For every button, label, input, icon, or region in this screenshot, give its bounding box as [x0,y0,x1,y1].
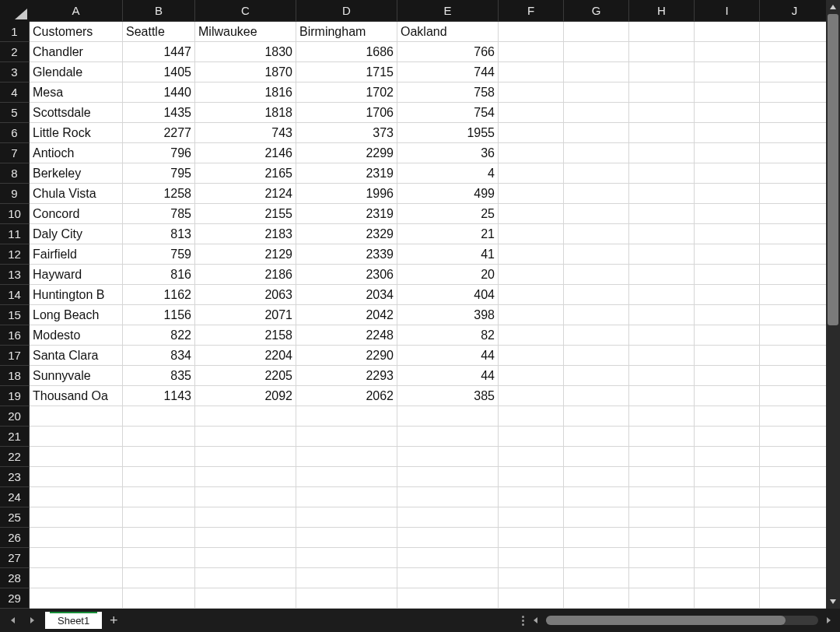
vertical-scroll-track[interactable] [826,14,840,595]
cell[interactable] [296,487,397,507]
cell[interactable] [296,507,397,528]
cell[interactable]: 1435 [123,103,195,123]
cell[interactable]: 2306 [296,265,397,285]
cell[interactable] [629,143,695,163]
cell[interactable] [695,244,760,265]
row-header-5[interactable]: 5 [0,103,30,123]
cell[interactable] [397,447,499,467]
cell[interactable]: Seattle [123,22,195,42]
cell[interactable] [564,62,629,83]
horizontal-scroll-thumb[interactable] [546,616,786,625]
cell[interactable] [123,548,195,568]
cell[interactable] [629,427,695,447]
cell[interactable] [629,325,695,346]
cell[interactable] [760,184,826,204]
cell[interactable] [695,103,760,123]
cell[interactable] [629,163,695,184]
cell[interactable]: 2183 [195,224,296,244]
cell[interactable]: Antioch [30,143,123,163]
cell[interactable] [760,123,826,143]
cell[interactable]: 2290 [296,346,397,366]
cell[interactable] [564,103,629,123]
cell[interactable] [195,588,296,609]
cell[interactable] [760,588,826,609]
cell[interactable] [760,265,826,285]
cell[interactable] [397,568,499,588]
row-header-4[interactable]: 4 [0,83,30,103]
cell[interactable] [499,325,564,346]
cell[interactable]: 2204 [195,346,296,366]
cell[interactable] [629,467,695,487]
cell[interactable]: 1447 [123,42,195,62]
cell[interactable]: 2293 [296,366,397,386]
cell[interactable] [564,163,629,184]
cell[interactable] [123,447,195,467]
vertical-scroll-thumb[interactable] [828,14,838,325]
cell[interactable] [123,467,195,487]
cell[interactable] [30,528,123,548]
row-header-21[interactable]: 21 [0,427,30,447]
cell[interactable] [564,487,629,507]
row-header-24[interactable]: 24 [0,487,30,507]
cell[interactable]: 759 [123,244,195,265]
cell[interactable] [499,62,564,83]
cell[interactable]: 1870 [195,62,296,83]
column-header-F[interactable]: F [499,0,564,22]
cell[interactable] [397,467,499,487]
row-header-20[interactable]: 20 [0,406,30,427]
cell[interactable] [629,305,695,325]
cell[interactable] [499,427,564,447]
cell[interactable] [629,406,695,427]
cell[interactable] [760,325,826,346]
cell[interactable] [760,163,826,184]
cell[interactable] [195,528,296,548]
cell[interactable] [195,427,296,447]
cell[interactable] [564,528,629,548]
cell[interactable] [564,143,629,163]
cell[interactable] [123,487,195,507]
cell[interactable] [760,143,826,163]
cell[interactable] [499,568,564,588]
column-header-C[interactable]: C [195,0,296,22]
cell[interactable] [760,366,826,386]
cell[interactable] [695,568,760,588]
cell[interactable]: 1405 [123,62,195,83]
cell[interactable] [695,427,760,447]
cell[interactable] [499,163,564,184]
cell[interactable] [695,42,760,62]
cell[interactable]: 2071 [195,305,296,325]
cell[interactable] [499,143,564,163]
cell[interactable] [564,83,629,103]
cell[interactable] [296,427,397,447]
cell[interactable] [564,346,629,366]
cell[interactable]: 21 [397,224,499,244]
cell[interactable] [695,548,760,568]
cell[interactable] [695,528,760,548]
row-header-17[interactable]: 17 [0,346,30,366]
cell[interactable]: 2319 [296,163,397,184]
cell[interactable]: 2339 [296,244,397,265]
cell[interactable]: Chula Vista [30,184,123,204]
cell[interactable] [629,447,695,467]
cell[interactable]: Berkeley [30,163,123,184]
cell[interactable] [564,184,629,204]
cell[interactable] [760,244,826,265]
cell[interactable] [760,568,826,588]
cell[interactable] [499,184,564,204]
cell[interactable]: Huntington B [30,285,123,305]
row-header-9[interactable]: 9 [0,184,30,204]
cell[interactable]: 758 [397,83,499,103]
cell[interactable] [695,346,760,366]
cell[interactable]: 373 [296,123,397,143]
cell[interactable] [499,346,564,366]
cell[interactable] [397,588,499,609]
cell[interactable] [629,103,695,123]
cell[interactable] [499,244,564,265]
cell[interactable] [695,588,760,609]
sheet-tab-active[interactable]: Sheet1 [45,612,102,629]
cell[interactable] [499,487,564,507]
cell[interactable]: 2124 [195,184,296,204]
cell-grid[interactable]: CustomersSeattleMilwaukeeBirminghamOakla… [30,22,826,609]
cell[interactable] [629,244,695,265]
cell[interactable] [195,447,296,467]
